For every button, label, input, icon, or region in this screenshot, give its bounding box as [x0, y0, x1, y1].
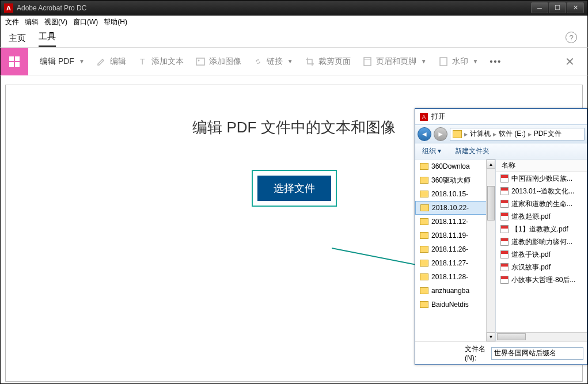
folder-item[interactable]: 2018.11.19- [415, 229, 495, 242]
scrollbar-vertical[interactable]: ▲ ▼ [486, 159, 495, 341]
folder-icon [420, 232, 428, 239]
folder-icon [420, 163, 428, 170]
folder-item[interactable]: 2018.11.12- [415, 215, 495, 229]
file-label: 东汉故事.pdf [511, 263, 551, 272]
toolbar-edit[interactable]: 编辑 [96, 56, 126, 67]
file-item[interactable]: 小故事大哲理-80后... [496, 273, 587, 286]
svg-point-6 [198, 59, 199, 61]
pdf-icon: A [420, 113, 428, 121]
svg-rect-2 [9, 62, 14, 67]
window-titlebar: A Adobe Acrobat Pro DC ─ ☐ ✕ [0, 0, 588, 16]
choose-file-button[interactable]: 选择文件 [257, 176, 331, 201]
pdf-file-icon [500, 174, 509, 183]
dialog-titlebar[interactable]: A 打开 [415, 109, 587, 125]
file-item[interactable]: 中国西南少数民族... [496, 172, 587, 185]
folder-item[interactable]: 2018.11.28- [415, 270, 495, 284]
folder-item[interactable]: anzhuangba [415, 284, 495, 298]
nav-forward-button[interactable]: ► [434, 127, 447, 141]
file-item[interactable]: 2013.01--道教文化... [496, 185, 587, 197]
page-heading: 编辑 PDF 文件中的文本和图像 [192, 117, 395, 138]
scroll-thumb[interactable] [487, 186, 495, 220]
dialog-title: 打开 [431, 112, 445, 121]
folder-label: 2018.11.19- [431, 231, 468, 239]
dialog-toolbar: 组织 ▾ 新建文件夹 [415, 143, 587, 159]
page-icon [362, 56, 373, 67]
text-icon: T [138, 56, 148, 67]
toolbar-edit-pdf[interactable]: 编辑 PDF▼ [40, 56, 85, 67]
toolbar-add-text[interactable]: T 添加文本 [138, 56, 184, 67]
svg-rect-9 [440, 58, 447, 66]
folder-item[interactable]: BaiduNetdis [415, 298, 495, 311]
file-item[interactable]: 道教起源.pdf [496, 210, 587, 223]
folder-icon [420, 273, 428, 280]
new-folder-button[interactable]: 新建文件夹 [455, 146, 490, 156]
file-open-dialog: A 打开 ◄ ► ▸ 计算机 ▸ 软件 (E:) ▸ PDF文件 组织 ▾ 新建… [415, 108, 587, 365]
scroll-down-button[interactable]: ▼ [487, 332, 495, 341]
file-item[interactable]: 道教手诀.pdf [496, 248, 587, 261]
close-button[interactable]: ✕ [567, 2, 584, 13]
svg-rect-0 [9, 56, 14, 61]
help-icon[interactable]: ? [566, 32, 577, 43]
folder-icon [420, 287, 428, 294]
folder-tree[interactable]: 360Downloa360驱动大师2018.10.15-2018.10.22-2… [415, 159, 496, 341]
file-label: 道教手诀.pdf [511, 250, 551, 260]
link-icon [253, 56, 263, 67]
filename-input[interactable] [491, 347, 583, 360]
file-item[interactable]: 东汉故事.pdf [496, 261, 587, 273]
svg-rect-3 [15, 62, 20, 67]
close-panel-button[interactable]: ✕ [565, 55, 575, 69]
folder-item[interactable]: 2018.10.15- [415, 187, 495, 201]
toolbar-add-image[interactable]: 添加图像 [195, 56, 241, 67]
crop-icon [305, 56, 315, 67]
menu-window[interactable]: 窗口(W) [73, 17, 98, 27]
scroll-up-button[interactable]: ▲ [487, 159, 495, 169]
folder-icon [420, 177, 428, 184]
file-item[interactable]: 道家和道教的生命... [496, 197, 587, 210]
folder-label: 2018.11.28- [431, 273, 468, 281]
maximize-button[interactable]: ☐ [549, 2, 566, 13]
file-item[interactable]: 道教的影响力缘何... [496, 235, 587, 248]
toolbar-crop[interactable]: 裁剪页面 [305, 56, 351, 67]
tab-home[interactable]: 主页 [9, 33, 26, 47]
file-list[interactable]: 名称 中国西南少数民族...2013.01--道教文化...道家和道教的生命..… [496, 159, 587, 341]
file-label: 中国西南少数民族... [511, 174, 572, 184]
organize-button[interactable]: 组织 ▾ [422, 146, 441, 156]
breadcrumb[interactable]: ▸ 计算机 ▸ 软件 (E:) ▸ PDF文件 [450, 128, 585, 140]
dialog-nav: ◄ ► ▸ 计算机 ▸ 软件 (E:) ▸ PDF文件 [415, 125, 587, 143]
folder-item[interactable]: 360驱动大师 [415, 173, 495, 187]
nav-back-button[interactable]: ◄ [418, 127, 431, 141]
watermark-icon [438, 56, 449, 67]
folder-item[interactable]: 2018.11.27- [415, 256, 495, 270]
scrollbar-horizontal[interactable] [496, 332, 587, 341]
file-item[interactable]: 【1】道教教义.pdf [496, 223, 587, 235]
menu-file[interactable]: 文件 [5, 17, 19, 27]
menu-view[interactable]: 视图(V) [44, 17, 67, 27]
svg-rect-1 [15, 56, 20, 61]
folder-label: 360驱动大师 [431, 176, 471, 185]
column-header-name[interactable]: 名称 [496, 159, 587, 172]
folder-item[interactable]: 2018.10.22- [415, 201, 495, 215]
folder-label: 360Downloa [431, 162, 470, 170]
scroll-thumb[interactable] [497, 333, 526, 340]
file-label: 道教的影响力缘何... [511, 237, 572, 247]
svg-rect-7 [364, 58, 371, 66]
edit-pdf-icon [1, 48, 28, 75]
chevron-down-icon: ▼ [421, 58, 427, 64]
toolbar-more[interactable]: ••• [490, 57, 502, 66]
folder-icon [420, 218, 428, 225]
toolbar-link[interactable]: 链接▼ [253, 56, 293, 67]
folder-item[interactable]: 360Downloa [415, 159, 495, 173]
pdf-file-icon [500, 212, 509, 220]
toolbar-header-footer[interactable]: 页眉和页脚▼ [362, 56, 427, 67]
minimize-button[interactable]: ─ [531, 2, 548, 13]
folder-item[interactable]: 2018.11.26- [415, 242, 495, 256]
menubar: 文件 编辑 视图(V) 窗口(W) 帮助(H) [0, 16, 588, 28]
pdf-file-icon [500, 225, 509, 233]
folder-icon [453, 130, 462, 138]
menu-help[interactable]: 帮助(H) [104, 17, 127, 27]
file-label: 道家和道教的生命... [511, 199, 572, 209]
pdf-file-icon [500, 187, 509, 195]
tab-tools[interactable]: 工具 [39, 31, 56, 47]
toolbar-watermark[interactable]: 水印▼ [438, 56, 479, 67]
menu-edit[interactable]: 编辑 [25, 17, 39, 27]
